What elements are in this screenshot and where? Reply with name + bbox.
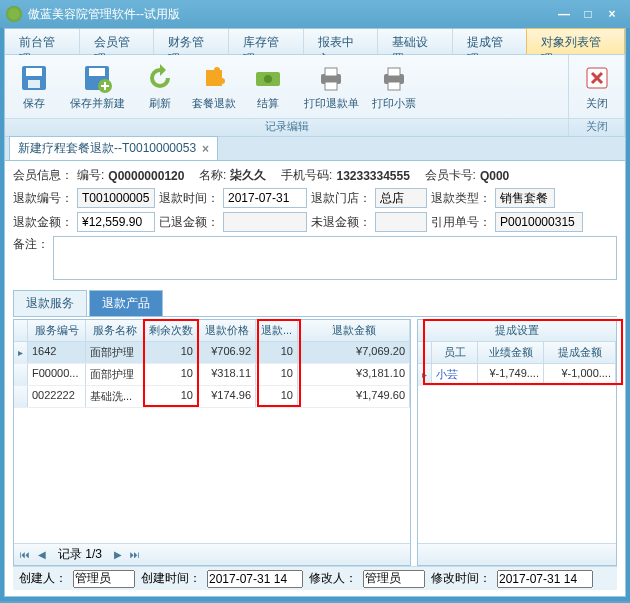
table-row[interactable]: ▸1642面部护理10¥706.9210¥7,069.20: [14, 342, 410, 364]
menu-stock[interactable]: 库存管理: [229, 29, 304, 54]
print-ticket-button[interactable]: 打印小票: [367, 57, 421, 116]
subtab-service[interactable]: 退款服务: [13, 290, 87, 316]
close-x-icon: [581, 62, 613, 94]
svg-rect-4: [89, 68, 105, 76]
menu-member[interactable]: 会员管理: [80, 29, 155, 54]
audit-footer: 创建人： 创建时间： 修改人： 修改时间：: [13, 566, 617, 590]
refund-amount-input[interactable]: [77, 212, 155, 232]
svg-rect-9: [325, 68, 337, 76]
titlebar: 傲蓝美容院管理软件--试用版 — □ ×: [0, 0, 630, 28]
svg-rect-1: [26, 68, 42, 76]
maximize-button[interactable]: □: [576, 5, 600, 23]
print-refund-button[interactable]: 打印退款单: [295, 57, 367, 116]
floppy-icon: [18, 62, 50, 94]
menu-settings[interactable]: 基础设置: [378, 29, 453, 54]
member-phone: 13233334555: [336, 169, 409, 183]
ribbon: 保存 保存并新建 刷新 套餐退款 结算 打印退款单 打印小票 记录编辑 关闭 关…: [5, 55, 625, 137]
ribbon-group-label-edit: 记录编辑: [5, 118, 568, 136]
menu-commission[interactable]: 提成管理: [453, 29, 528, 54]
grid-pager: ⏮ ◀ 记录 1/3 ▶ ⏭: [14, 543, 410, 565]
mtime-input: [497, 570, 593, 588]
printer-icon: [315, 62, 347, 94]
window-title: 傲蓝美容院管理软件--试用版: [28, 6, 552, 23]
pager-prev[interactable]: ◀: [35, 548, 49, 562]
close-button[interactable]: 关闭: [571, 57, 622, 116]
menu-objects[interactable]: 对象列表管理: [526, 28, 624, 54]
svg-rect-10: [325, 82, 337, 90]
document-tabs: 新建疗程套餐退款--T0010000053×: [5, 137, 625, 161]
member-info-row: 会员信息： 编号:Q0000000120 名称:柒久久 手机号码:1323333…: [13, 167, 617, 184]
svg-point-7: [264, 75, 272, 83]
member-id: Q0000000120: [108, 169, 184, 183]
table-row[interactable]: F00000...面部护理10¥318.1110¥3,181.10: [14, 364, 410, 386]
settle-button[interactable]: 结算: [241, 57, 295, 116]
pager-text: 记录 1/3: [58, 546, 102, 563]
pager-first[interactable]: ⏮: [18, 548, 32, 562]
money-icon: [252, 62, 284, 94]
refund-no-input[interactable]: [77, 188, 155, 208]
package-refund-button[interactable]: 套餐退款: [187, 57, 241, 116]
menu-finance[interactable]: 财务管理: [154, 29, 229, 54]
menu-report[interactable]: 报表中心: [304, 29, 379, 54]
remark-textarea[interactable]: [53, 236, 617, 280]
member-name: 柒久久: [230, 167, 266, 184]
subtab-product[interactable]: 退款产品: [89, 290, 163, 316]
ctime-input: [207, 570, 303, 588]
pager-last[interactable]: ⏭: [128, 548, 142, 562]
modifier-input: [363, 570, 425, 588]
save-button[interactable]: 保存: [7, 57, 61, 116]
commission-grid[interactable]: 提成设置 员工 业绩金额 提成金额 ▸ 小芸 ¥-1,749.... ¥-1,0…: [417, 319, 617, 566]
pager-next[interactable]: ▶: [111, 548, 125, 562]
app-logo-icon: [6, 6, 22, 22]
commission-title: 提成设置: [418, 320, 616, 342]
tab-close-icon[interactable]: ×: [202, 142, 209, 156]
close-window-button[interactable]: ×: [600, 5, 624, 23]
menubar: 前台管理 会员管理 财务管理 库存管理 报表中心 基础设置 提成管理 对象列表管…: [5, 29, 625, 55]
svg-rect-13: [388, 82, 400, 90]
refresh-icon: [144, 62, 176, 94]
creator-input: [73, 570, 135, 588]
svg-rect-2: [28, 80, 40, 88]
floppy-plus-icon: [81, 62, 113, 94]
svg-rect-12: [388, 68, 400, 76]
member-card: Q000: [480, 169, 509, 183]
tab-refund-doc[interactable]: 新建疗程套餐退款--T0010000053×: [9, 136, 218, 160]
table-row[interactable]: 0022222基础洗...10¥174.9610¥1,749.60: [14, 386, 410, 408]
minimize-button[interactable]: —: [552, 5, 576, 23]
ribbon-group-label-close: 关闭: [569, 118, 624, 136]
refund-paid-input[interactable]: [223, 212, 307, 232]
puzzle-icon: [198, 62, 230, 94]
save-new-button[interactable]: 保存并新建: [61, 57, 133, 116]
refund-time-input[interactable]: [223, 188, 307, 208]
refund-items-grid[interactable]: 服务编号 服务名称 剩余次数 退款价格 退款... 退款金额 ▸1642面部护理…: [13, 319, 411, 566]
sub-tabs: 退款服务 退款产品: [13, 290, 617, 317]
refresh-button[interactable]: 刷新: [133, 57, 187, 116]
refund-ref-input[interactable]: [495, 212, 583, 232]
printer-small-icon: [378, 62, 410, 94]
refund-unpaid-input[interactable]: [375, 212, 427, 232]
refund-type-input[interactable]: [495, 188, 555, 208]
refund-store-input[interactable]: [375, 188, 427, 208]
menu-front[interactable]: 前台管理: [5, 29, 80, 54]
commission-row[interactable]: ▸ 小芸 ¥-1,749.... ¥-1,000....: [418, 364, 616, 386]
